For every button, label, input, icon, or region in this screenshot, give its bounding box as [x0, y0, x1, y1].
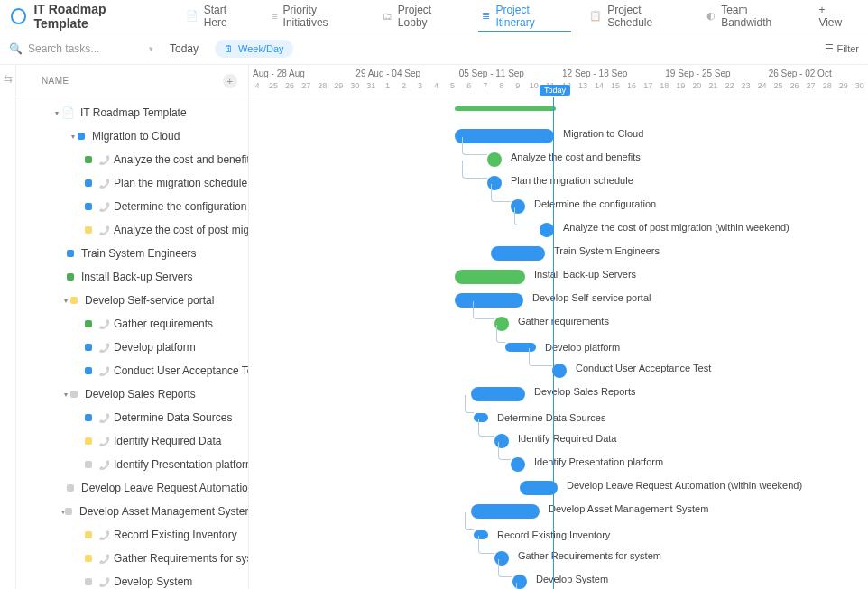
task-row[interactable]: ▾Develop Asset Management System [16, 500, 248, 523]
task-row[interactable]: 📞Develop System [16, 570, 248, 589]
task-row[interactable]: 📞Gather requirements [16, 312, 248, 336]
subtask-icon: 📞 [99, 437, 110, 446]
gantt-row: Identify Presentation platform [249, 453, 868, 476]
status-bullet [85, 531, 92, 538]
dependency-connector [465, 395, 474, 413]
day-label: 4 [249, 81, 265, 97]
day-label: 28 [819, 81, 836, 97]
task-row[interactable]: 📞Identify Presentation platform [16, 453, 248, 476]
weekday-toggle[interactable]: 🗓 Week/Day [215, 40, 293, 58]
gantt-bar[interactable]: Develop Sales Reports [471, 387, 525, 401]
gantt-row [249, 101, 868, 124]
task-row[interactable]: ▾Develop Sales Reports [16, 382, 248, 406]
search-placeholder: Search tasks... [28, 42, 99, 55]
gantt-bar-label: Migration to Cloud [563, 128, 643, 139]
tab-icon: 📄 [186, 10, 199, 22]
gantt-bar[interactable]: Develop Asset Management System [471, 504, 540, 519]
expand-toggle-icon[interactable]: ▾ [61, 297, 70, 305]
gantt-bar-label: Train System Engineers [554, 245, 660, 256]
search-input[interactable]: 🔍 Search tasks... ▾ [9, 42, 153, 55]
expand-toggle-icon[interactable]: ▾ [69, 133, 78, 141]
gantt-bar-label: Analyze the cost and benefits [511, 152, 641, 162]
gantt-bar[interactable]: Analyze the cost and benefits [487, 152, 502, 167]
gantt-bar[interactable]: Analyze the cost of post migration (with… [540, 223, 554, 237]
subtask-icon: 📞 [99, 202, 110, 212]
tab-label: Priority Initiatives [283, 4, 361, 29]
task-row[interactable]: 📞Conduct User Acceptance Test [16, 359, 248, 382]
status-bullet [67, 273, 74, 281]
task-row[interactable]: 📞Plan the migration schedule [16, 171, 248, 195]
gantt-bar-label: Conduct User Acceptance Test [576, 363, 711, 373]
task-row[interactable]: Install Back-up Servers [16, 265, 248, 289]
task-row[interactable]: 📞Develop platform [16, 336, 248, 359]
doc-icon: 📄 [61, 106, 75, 119]
expand-toggle-icon[interactable]: ▾ [52, 109, 61, 117]
task-row[interactable]: ▾Develop Self-service portal [16, 289, 248, 312]
task-row[interactable]: 📞Identify Required Data [16, 429, 248, 453]
today-button[interactable]: Today [162, 40, 206, 58]
status-bullet [85, 414, 92, 421]
tab-label: Project Schedule [607, 4, 685, 29]
task-row[interactable]: 📞Determine the configuration [16, 195, 248, 218]
task-row[interactable]: 📞Analyze the cost of post mig... [16, 218, 248, 242]
task-label: Analyze the cost of post mig... [114, 224, 248, 236]
today-line: Today [553, 97, 554, 589]
tab-project-lobby[interactable]: 🗂Project Lobby [372, 0, 472, 32]
tab-project-schedule[interactable]: 📋Project Schedule [578, 0, 696, 32]
filter-button[interactable]: ☰ Filter [825, 42, 859, 54]
gantt-bar-label: Develop Asset Management System [549, 503, 708, 514]
day-label: 24 [753, 81, 770, 97]
gantt-bar[interactable]: Conduct User Acceptance Test [552, 364, 567, 378]
gantt-body[interactable]: Today Migration to CloudAnalyze the cost… [249, 97, 868, 589]
gantt-bar-label: Determine Data Sources [497, 412, 605, 423]
gantt-bar[interactable]: Identify Presentation platform [511, 457, 525, 472]
day-label: 29 [836, 81, 852, 97]
task-row[interactable]: Train System Engineers [16, 242, 248, 265]
task-label: Migration to Cloud [92, 130, 180, 143]
task-row[interactable]: 📞Record Existing Inventory [16, 523, 248, 547]
dependency-connector [498, 442, 511, 460]
day-label: 28 [314, 81, 330, 97]
task-row[interactable]: 📞Analyze the cost and benefits [16, 148, 248, 171]
collapse-rail[interactable]: ⇆ [0, 65, 16, 589]
task-row[interactable]: 📞Determine Data Sources [16, 406, 248, 429]
subtask-icon: 📞 [99, 343, 110, 353]
gantt-bar-label: Install Back-up Servers [534, 269, 636, 280]
gantt-row: Gather requirements [249, 312, 868, 336]
task-label: Analyze the cost and benefits [114, 153, 248, 166]
task-label: Develop platform [114, 341, 196, 354]
gantt-bar[interactable]: Train System Engineers [491, 246, 545, 261]
day-label: 23 [737, 81, 753, 97]
gantt-row: Plan the migration schedule [249, 171, 868, 195]
gantt-bar[interactable]: Develop Leave Request Automation (within… [520, 481, 558, 495]
add-view-button[interactable]: + View [808, 0, 861, 32]
task-list-header: NAME + [16, 65, 248, 97]
task-row[interactable]: ▾Migration to Cloud [16, 124, 248, 148]
gantt-bar[interactable]: Install Back-up Servers [455, 270, 525, 284]
subtask-icon: 📞 [99, 554, 110, 564]
tab-icon: ◐ [706, 10, 716, 22]
gantt-panel[interactable]: Aug - 28 Aug29 Aug - 04 Sep05 Sep - 11 S… [249, 65, 868, 589]
task-label: Develop Leave Request Automation [81, 482, 248, 494]
day-label: 3 [411, 81, 428, 97]
expand-toggle-icon[interactable]: ▾ [61, 391, 70, 399]
gantt-row: Migration to Cloud [249, 124, 868, 148]
tab-start-here[interactable]: 📄Start Here [175, 0, 261, 32]
task-row[interactable]: ▾📄IT Roadmap Template [16, 101, 248, 124]
tab-priority-initiatives[interactable]: ≡Priority Initiatives [261, 0, 372, 32]
status-bullet [85, 179, 92, 187]
add-column-button[interactable]: + [223, 74, 237, 88]
gantt-bar[interactable] [455, 106, 556, 111]
subtask-icon: 📞 [99, 460, 110, 470]
tab-project-itinerary[interactable]: ≣Project Itinerary [471, 0, 578, 32]
status-bullet [67, 484, 74, 492]
tab-team-bandwidth[interactable]: ◐Team Bandwidth [696, 0, 808, 32]
dependency-connector [473, 301, 494, 319]
task-label: Gather Requirements for syst... [114, 552, 248, 565]
dependency-connector [496, 325, 505, 343]
task-label: Gather requirements [114, 318, 213, 330]
gantt-row: Develop platform [249, 336, 868, 359]
task-row[interactable]: 📞Gather Requirements for syst... [16, 547, 248, 570]
task-row[interactable]: Develop Leave Request Automation [16, 476, 248, 500]
date-range-label: 19 Sep - 25 Sep [661, 65, 764, 81]
